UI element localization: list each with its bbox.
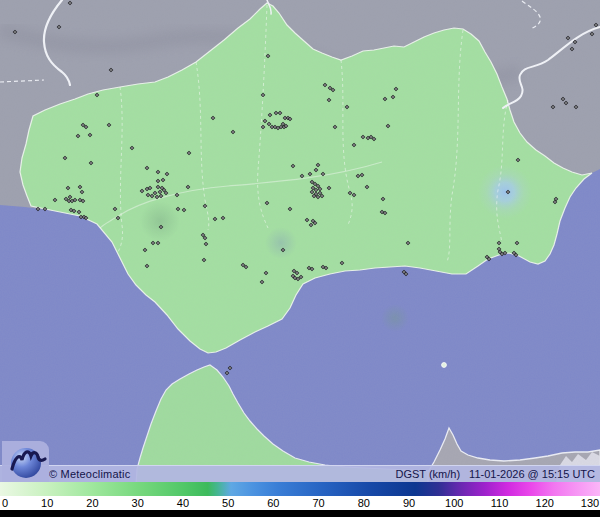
legend-tick: 80 [358,496,370,510]
station-marker-center [361,174,363,176]
station-marker-center [515,254,517,256]
station-marker-center [292,165,294,167]
station-marker-center [574,41,576,43]
station-marker-center [311,191,313,193]
station-marker-center [280,126,282,128]
station-marker-center [96,94,98,96]
station-marker-center [242,264,244,266]
station-marker-center [312,187,314,189]
station-marker-center [89,134,91,136]
station-marker-center [334,126,336,128]
station-marker-center [313,195,315,197]
station-marker-center [264,120,266,122]
station-marker-center [324,84,326,86]
station-marker-center [54,199,56,201]
station-marker-center [117,217,119,219]
station-marker-center [382,198,384,200]
station-marker-center [575,106,577,108]
station-marker-center [282,123,284,125]
station-marker-center [71,200,73,202]
station-marker-center [373,138,375,140]
station-marker-center [85,126,87,128]
attribution-text: © Meteoclimatic [49,468,130,480]
station-marker-center [146,167,148,169]
station-marker-center [67,187,69,189]
station-marker-center [499,251,501,253]
station-marker-center [322,173,324,175]
station-marker-center [90,162,92,164]
station-marker-center [69,2,71,4]
station-marker-center [317,164,319,166]
bottom-black-strip [0,510,600,517]
station-marker-center [141,190,143,192]
station-marker-center [498,248,500,250]
station-marker-center [229,367,231,369]
station-marker-center [266,202,268,204]
station-marker-center [384,98,386,100]
station-marker-center [160,226,162,228]
station-marker-center [362,136,364,138]
legend-tick: 60 [267,496,279,510]
station-marker-center [332,89,334,91]
station-marker-center [567,37,569,39]
station-marker-center [285,125,287,127]
legend-tick: 70 [312,496,324,510]
station-marker-center [157,242,159,244]
legend-tick: 20 [86,496,98,510]
weather-gust-map-screen: © Meteoclimatic DGST (km/h) 11-01-2026 @… [0,0,600,517]
station-marker-center [165,192,167,194]
station-marker-center [82,200,84,202]
station-marker-center [268,123,270,125]
station-marker-center [202,234,204,236]
station-marker-center [65,198,67,200]
station-marker-center [212,117,214,119]
station-marker-center [381,211,383,213]
station-marker-center [349,192,351,194]
station-marker-center [384,212,386,214]
station-marker-center [146,265,148,267]
station-marker-center [156,196,158,198]
legend-tick: 0 [2,496,8,510]
station-marker-center [310,224,312,226]
station-marker-center [14,31,16,33]
terrain-noise-overlay [0,0,600,483]
station-marker-center [392,96,394,98]
station-marker-center [203,259,205,261]
station-marker-center [245,266,247,268]
station-marker-center [85,217,87,219]
station-marker-center [353,144,355,146]
station-marker-center [296,272,298,274]
station-marker-center [321,195,323,197]
station-marker-center [289,208,291,210]
legend-tick: 90 [403,496,415,510]
station-marker-center [504,252,506,254]
station-marker-center [162,179,164,181]
meteoclimatic-logo [2,441,49,482]
station-marker-center [267,55,269,57]
station-marker-center [64,157,66,159]
station-marker-center [562,98,564,100]
station-marker-center [407,242,409,244]
station-marker-center [68,200,70,202]
timestamp: 11-01-2026 @ 15:15 UTC [469,468,595,480]
station-marker-center [366,186,368,188]
station-marker-center [315,189,317,191]
station-marker-center [69,196,71,198]
andalusia-gust-map [0,0,600,517]
station-marker-center [312,220,314,222]
station-marker-center [308,267,310,269]
station-marker-center [144,249,146,251]
station-marker-center [317,196,319,198]
station-marker-center [222,217,224,219]
station-marker-center [163,189,165,191]
legend-gradient [0,482,600,496]
station-marker-center [81,191,83,193]
station-marker-center [517,159,519,161]
station-marker-center [151,195,153,197]
station-marker-center [147,194,149,196]
station-marker-center [301,175,303,177]
station-marker-center [306,219,308,221]
station-marker-center [177,208,179,210]
station-marker-center [314,222,316,224]
station-marker-center [341,262,343,264]
